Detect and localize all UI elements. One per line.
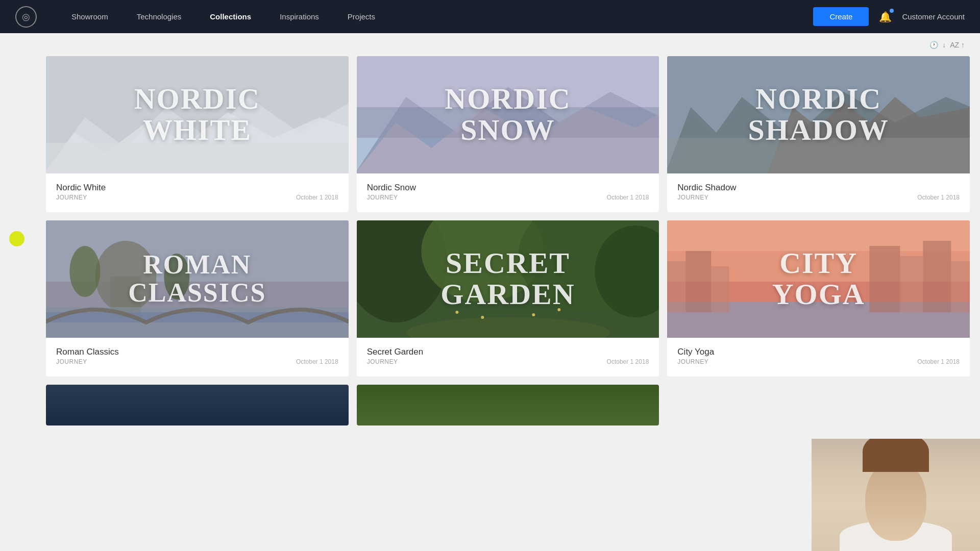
collection-card-bottom-left[interactable] — [46, 385, 349, 425]
time-sort-icon[interactable]: 🕐 — [929, 41, 938, 49]
card-info-city-yoga: City Yoga JOURNEY October 1 2018 — [667, 338, 970, 377]
card-meta-secret-garden: JOURNEY October 1 2018 — [367, 358, 649, 365]
svg-point-28 — [481, 316, 484, 319]
collection-card-city-yoga[interactable]: CITY YOGA City Yoga JOURNEY October 1 20… — [667, 220, 970, 377]
card-image-nordic-white: NORDIC WHITE — [46, 56, 349, 173]
card-name-nordic-snow: Nordic Snow — [367, 183, 649, 193]
card-info-nordic-white: Nordic White JOURNEY October 1 2018 — [46, 173, 349, 212]
card-meta-roman-classics: JOURNEY October 1 2018 — [56, 358, 338, 365]
card-info-secret-garden: Secret Garden JOURNEY October 1 2018 — [357, 338, 659, 377]
video-overlay — [812, 439, 980, 551]
logo-icon: ◎ — [22, 11, 30, 22]
card-date-nordic-snow: October 1 2018 — [607, 194, 649, 201]
collection-card-nordic-snow[interactable]: NORDIC SNOW Nordic Snow JOURNEY October … — [357, 56, 659, 212]
card-image-bottom-mid — [357, 385, 659, 425]
notification-badge — [890, 9, 894, 13]
nav-projects[interactable]: Projects — [333, 0, 389, 33]
sort-toolbar: 🕐 ↓ AZ ↑ — [929, 33, 965, 56]
notification-bell[interactable]: 🔔 — [879, 11, 892, 23]
card-image-roman-classics: ROMAN CLASSICS — [46, 220, 349, 338]
svg-point-29 — [532, 313, 535, 316]
card-info-roman-classics: Roman Classics JOURNEY October 1 2018 — [46, 338, 349, 377]
card-type-city-yoga: JOURNEY — [677, 358, 708, 365]
svg-point-27 — [455, 311, 458, 314]
card-image-secret-garden: SECRET GARDEN — [357, 220, 659, 338]
collection-card-secret-garden[interactable]: SECRET GARDEN Secret Garden JOURNEY Octo… — [357, 220, 659, 377]
svg-rect-35 — [667, 261, 685, 312]
person-hair — [863, 439, 929, 472]
svg-rect-37 — [712, 266, 729, 312]
nav-collections[interactable]: Collections — [195, 0, 265, 33]
card-image-city-yoga: CITY YOGA — [667, 220, 970, 338]
card-name-roman-classics: Roman Classics — [56, 347, 338, 357]
svg-rect-20 — [46, 312, 349, 322]
video-person — [812, 439, 980, 551]
card-overlay-title-nordic-shadow: NORDIC SHADOW — [748, 84, 889, 146]
card-image-nordic-snow: NORDIC SNOW — [357, 56, 659, 173]
card-date-city-yoga: October 1 2018 — [917, 358, 960, 365]
svg-point-17 — [69, 246, 100, 297]
nav-links: Showroom Technologies Collections Inspir… — [57, 0, 813, 33]
card-date-nordic-shadow: October 1 2018 — [917, 194, 960, 201]
card-type-secret-garden: JOURNEY — [367, 358, 398, 365]
nav-technologies[interactable]: Technologies — [122, 0, 196, 33]
card-overlay-title-roman-classics: ROMAN CLASSICS — [128, 251, 266, 307]
card-overlay-title-nordic-snow: NORDIC SNOW — [445, 84, 571, 146]
alpha-sort-icon[interactable]: AZ ↑ — [950, 41, 965, 49]
card-meta-nordic-white: JOURNEY October 1 2018 — [56, 194, 338, 201]
card-date-nordic-white: October 1 2018 — [296, 194, 338, 201]
svg-rect-38 — [870, 246, 900, 312]
card-overlay-title-city-yoga: CITY YOGA — [772, 248, 865, 310]
collection-card-bottom-mid[interactable] — [357, 385, 659, 425]
nav-right: Create 🔔 Customer Account — [813, 7, 965, 26]
collection-card-roman-classics[interactable]: ROMAN CLASSICS Roman Classics JOURNEY Oc… — [46, 220, 349, 377]
nav-showroom[interactable]: Showroom — [57, 0, 122, 33]
card-type-nordic-snow: JOURNEY — [367, 194, 398, 201]
card-meta-city-yoga: JOURNEY October 1 2018 — [677, 358, 960, 365]
nav-inspirations[interactable]: Inspirations — [265, 0, 333, 33]
svg-rect-36 — [686, 251, 712, 312]
card-date-roman-classics: October 1 2018 — [296, 358, 338, 365]
card-name-nordic-shadow: Nordic Shadow — [677, 183, 960, 193]
card-date-secret-garden: October 1 2018 — [607, 358, 649, 365]
collections-grid: NORDIC WHITE Nordic White JOURNEY Octobe… — [46, 56, 970, 425]
card-overlay-title-secret-garden: SECRET GARDEN — [440, 248, 575, 310]
card-type-roman-classics: JOURNEY — [56, 358, 87, 365]
svg-rect-39 — [900, 256, 923, 312]
collection-card-nordic-white[interactable]: NORDIC WHITE Nordic White JOURNEY Octobe… — [46, 56, 349, 212]
navigation: ◎ Showroom Technologies Collections Insp… — [0, 0, 980, 33]
card-name-secret-garden: Secret Garden — [367, 347, 649, 357]
card-meta-nordic-shadow: JOURNEY October 1 2018 — [677, 194, 960, 201]
card-type-nordic-shadow: JOURNEY — [677, 194, 708, 201]
svg-rect-3 — [46, 143, 349, 173]
card-meta-nordic-snow: JOURNEY October 1 2018 — [367, 194, 649, 201]
card-overlay-title-nordic-white: NORDIC WHITE — [134, 84, 260, 146]
logo[interactable]: ◎ — [15, 6, 37, 28]
svg-rect-40 — [923, 241, 951, 312]
sort-direction-icon[interactable]: ↓ — [942, 41, 946, 49]
svg-rect-41 — [951, 261, 970, 312]
card-image-nordic-shadow: NORDIC SHADOW — [667, 56, 970, 173]
customer-account-link[interactable]: Customer Account — [902, 12, 965, 21]
card-type-nordic-white: JOURNEY — [56, 194, 87, 201]
mouse-cursor — [9, 231, 24, 246]
card-info-nordic-shadow: Nordic Shadow JOURNEY October 1 2018 — [667, 173, 970, 212]
card-name-city-yoga: City Yoga — [677, 347, 960, 357]
card-info-nordic-snow: Nordic Snow JOURNEY October 1 2018 — [357, 173, 659, 212]
create-button[interactable]: Create — [813, 7, 869, 26]
main-content: NORDIC WHITE Nordic White JOURNEY Octobe… — [0, 0, 980, 436]
card-name-nordic-white: Nordic White — [56, 183, 338, 193]
collection-card-nordic-shadow[interactable]: NORDIC SHADOW Nordic Shadow JOURNEY Octo… — [667, 56, 970, 212]
card-image-bottom-left — [46, 385, 349, 425]
